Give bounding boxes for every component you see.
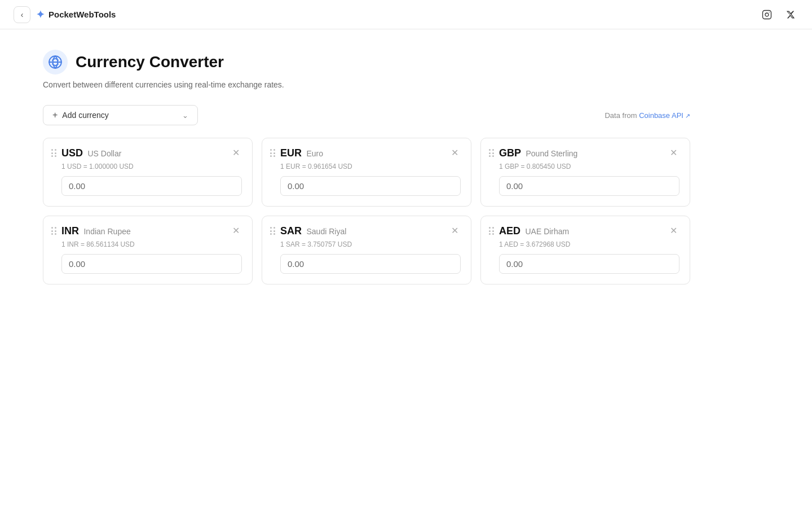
plus-icon: + bbox=[52, 110, 58, 120]
svg-rect-0 bbox=[763, 10, 771, 19]
chevron-down-icon: ⌄ bbox=[182, 111, 188, 120]
navbar: ‹ ✦ PocketWebTools bbox=[0, 0, 812, 29]
currency-input[interactable] bbox=[61, 176, 242, 196]
card-header: EUR Euro ✕ bbox=[270, 147, 461, 159]
currency-card: AED UAE Dirham ✕ 1 AED = 3.672968 USD bbox=[480, 216, 690, 284]
drag-handle-icon[interactable] bbox=[270, 227, 276, 235]
currency-card: USD US Dollar ✕ 1 USD = 1.000000 USD bbox=[43, 138, 253, 207]
remove-currency-button[interactable]: ✕ bbox=[230, 147, 242, 159]
currency-code: SAR bbox=[280, 225, 302, 237]
page-header: Currency Converter bbox=[43, 50, 690, 75]
currency-input[interactable] bbox=[61, 254, 242, 274]
currency-code: EUR bbox=[280, 147, 302, 159]
instagram-icon[interactable] bbox=[759, 7, 775, 23]
remove-currency-button[interactable]: ✕ bbox=[668, 225, 679, 237]
data-source-label: Data from Coinbase API bbox=[604, 111, 690, 120]
page-icon bbox=[43, 50, 68, 75]
drag-handle-icon[interactable] bbox=[51, 227, 57, 235]
exchange-rate: 1 GBP = 0.805450 USD bbox=[499, 163, 679, 170]
currency-input[interactable] bbox=[280, 254, 461, 274]
exchange-rate: 1 AED = 3.672968 USD bbox=[499, 240, 679, 248]
remove-currency-button[interactable]: ✕ bbox=[449, 147, 461, 159]
currency-code: USD bbox=[61, 147, 83, 159]
card-header: INR Indian Rupee ✕ bbox=[51, 225, 242, 237]
card-header: SAR Saudi Riyal ✕ bbox=[270, 225, 461, 237]
svg-point-1 bbox=[765, 13, 769, 16]
add-currency-label: Add currency bbox=[62, 111, 108, 120]
drag-handle-icon[interactable] bbox=[51, 149, 57, 157]
currency-grid: USD US Dollar ✕ 1 USD = 1.000000 USD EUR… bbox=[43, 138, 690, 284]
data-from-text: Data from bbox=[604, 111, 637, 120]
coinbase-api-link[interactable]: Coinbase API bbox=[639, 111, 690, 120]
currency-card: INR Indian Rupee ✕ 1 INR = 86.561134 USD bbox=[43, 216, 253, 284]
currency-name: Euro bbox=[306, 149, 323, 158]
drag-handle-icon[interactable] bbox=[270, 149, 276, 157]
currency-code: INR bbox=[61, 225, 79, 237]
brand-name: PocketWebTools bbox=[48, 10, 116, 19]
card-header: AED UAE Dirham ✕ bbox=[489, 225, 679, 237]
remove-currency-button[interactable]: ✕ bbox=[449, 225, 461, 237]
currency-code: AED bbox=[499, 225, 520, 237]
currency-input[interactable] bbox=[499, 254, 679, 274]
currency-input[interactable] bbox=[499, 176, 679, 196]
currency-name: US Dollar bbox=[87, 149, 121, 158]
remove-currency-button[interactable]: ✕ bbox=[668, 147, 679, 159]
remove-currency-button[interactable]: ✕ bbox=[230, 225, 242, 237]
svg-point-2 bbox=[769, 12, 770, 12]
currency-name: UAE Dirham bbox=[525, 227, 569, 236]
main-content: Currency Converter Convert between diffe… bbox=[0, 29, 733, 305]
add-currency-button[interactable]: + Add currency ⌄ bbox=[43, 105, 198, 125]
drag-handle-icon[interactable] bbox=[489, 227, 495, 235]
currency-name: Indian Rupee bbox=[83, 227, 130, 236]
currency-input[interactable] bbox=[280, 176, 461, 196]
exchange-rate: 1 EUR = 0.961654 USD bbox=[280, 163, 461, 170]
nav-right bbox=[759, 7, 798, 23]
page-title: Currency Converter bbox=[76, 53, 224, 71]
exchange-rate: 1 SAR = 3.750757 USD bbox=[280, 240, 461, 248]
currency-card: GBP Pound Sterling ✕ 1 GBP = 0.805450 US… bbox=[480, 138, 690, 207]
currency-card: SAR Saudi Riyal ✕ 1 SAR = 3.750757 USD bbox=[262, 216, 471, 284]
currency-card: EUR Euro ✕ 1 EUR = 0.961654 USD bbox=[262, 138, 471, 207]
toolbar-row: + Add currency ⌄ Data from Coinbase API bbox=[43, 105, 690, 125]
brand-icon: ✦ bbox=[36, 8, 45, 21]
currency-name: Saudi Riyal bbox=[306, 227, 346, 236]
twitter-x-icon[interactable] bbox=[783, 7, 798, 23]
drag-handle-icon[interactable] bbox=[489, 149, 495, 157]
card-header: GBP Pound Sterling ✕ bbox=[489, 147, 679, 159]
nav-left: ‹ ✦ PocketWebTools bbox=[14, 6, 116, 23]
exchange-rate: 1 INR = 86.561134 USD bbox=[61, 240, 242, 248]
card-header: USD US Dollar ✕ bbox=[51, 147, 242, 159]
back-button[interactable]: ‹ bbox=[14, 6, 30, 23]
page-subtitle: Convert between different currencies usi… bbox=[43, 80, 690, 89]
currency-name: Pound Sterling bbox=[526, 149, 577, 158]
brand-logo[interactable]: ✦ PocketWebTools bbox=[36, 8, 116, 21]
currency-code: GBP bbox=[499, 147, 521, 159]
exchange-rate: 1 USD = 1.000000 USD bbox=[61, 163, 242, 170]
